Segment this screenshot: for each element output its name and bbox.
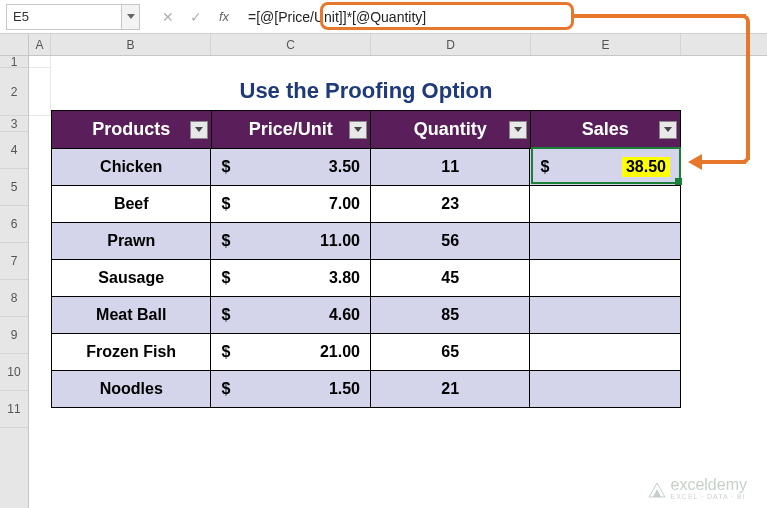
col-header-b[interactable]: B: [51, 34, 211, 55]
header-price: Price/Unit: [212, 111, 372, 148]
cell-qty[interactable]: 56: [371, 222, 530, 259]
filter-button-sales[interactable]: [659, 121, 677, 139]
cell-product[interactable]: Frozen Fish: [52, 333, 211, 370]
row-header-2[interactable]: 2: [0, 68, 28, 116]
select-all-corner[interactable]: [0, 34, 28, 56]
chevron-down-icon: [354, 127, 362, 132]
content-rows: Use the Proofing Option: [29, 56, 767, 116]
fx-icon[interactable]: fx: [210, 4, 238, 30]
watermark-tag: EXCEL · DATA · BI: [671, 493, 747, 500]
highlighted-result: 38.50: [622, 157, 670, 177]
formula-bar-buttons: ✕ ✓ fx: [154, 4, 238, 30]
cell-price[interactable]: $1.50: [211, 370, 371, 407]
cell-product[interactable]: Beef: [52, 185, 211, 222]
logo-icon: [647, 479, 667, 499]
cell-price[interactable]: $21.00: [211, 333, 371, 370]
cell-product[interactable]: Noodles: [52, 370, 211, 407]
cell-price[interactable]: $11.00: [211, 222, 371, 259]
cell-sales[interactable]: [530, 370, 680, 407]
watermark: exceldemy EXCEL · DATA · BI: [647, 477, 747, 500]
header-sales: Sales: [531, 111, 681, 148]
chevron-down-icon: [514, 127, 522, 132]
cell-qty[interactable]: 85: [371, 296, 530, 333]
cell-price[interactable]: $3.50: [211, 148, 371, 185]
formula-bar: E5 ✕ ✓ fx: [0, 0, 767, 34]
cell-sales[interactable]: [530, 296, 680, 333]
formula-input[interactable]: [238, 4, 767, 30]
cell-sales[interactable]: $38.50: [530, 148, 680, 185]
cell-price[interactable]: $7.00: [211, 185, 371, 222]
header-products-label: Products: [92, 119, 170, 140]
row-header-10[interactable]: 10: [0, 354, 28, 391]
cancel-icon[interactable]: ✕: [154, 4, 182, 30]
table-row: Noodles $1.50 21: [52, 370, 680, 407]
table-row: Meat Ball $4.60 85: [52, 296, 680, 333]
cell-qty[interactable]: 65: [371, 333, 530, 370]
column-headers: A B C D E: [29, 34, 767, 56]
cell-qty[interactable]: 11: [371, 148, 530, 185]
row-header-5[interactable]: 5: [0, 169, 28, 206]
filter-button-quantity[interactable]: [509, 121, 527, 139]
cell-sales[interactable]: [530, 333, 680, 370]
filter-button-products[interactable]: [190, 121, 208, 139]
cell-sales[interactable]: [530, 259, 680, 296]
row-header-11[interactable]: 11: [0, 391, 28, 428]
filter-button-price[interactable]: [349, 121, 367, 139]
chevron-down-icon: [195, 127, 203, 132]
header-quantity: Quantity: [371, 111, 531, 148]
cell-sales[interactable]: [530, 222, 680, 259]
table-row: Chicken $3.50 11 $38.50: [52, 148, 680, 185]
row-headers: 1 2 3 4 5 6 7 8 9 10 11: [0, 34, 29, 508]
cell-qty[interactable]: 45: [371, 259, 530, 296]
name-box-dropdown[interactable]: [122, 4, 140, 30]
table-header-row: Products Price/Unit Quantity Sales: [52, 111, 680, 148]
page-title: Use the Proofing Option: [51, 68, 681, 116]
col-header-d[interactable]: D: [371, 34, 531, 55]
grid-body: A B C D E Use the Proofing Option Produc…: [29, 34, 767, 508]
col-header-a[interactable]: A: [29, 34, 51, 55]
col-header-c[interactable]: C: [211, 34, 371, 55]
chevron-down-icon: [664, 127, 672, 132]
row-header-7[interactable]: 7: [0, 243, 28, 280]
data-table: Products Price/Unit Quantity Sales Chick: [51, 110, 681, 408]
worksheet: 1 2 3 4 5 6 7 8 9 10 11 A B C D E Use th…: [0, 34, 767, 508]
cell-sales[interactable]: [530, 185, 680, 222]
table-row: Sausage $3.80 45: [52, 259, 680, 296]
col-header-e[interactable]: E: [531, 34, 681, 55]
cell-product[interactable]: Chicken: [52, 148, 211, 185]
header-quantity-label: Quantity: [414, 119, 487, 140]
header-sales-label: Sales: [582, 119, 629, 140]
watermark-brand: exceldemy: [671, 477, 747, 493]
cell-qty[interactable]: 21: [371, 370, 530, 407]
table-row: Beef $7.00 23: [52, 185, 680, 222]
header-price-label: Price/Unit: [249, 119, 333, 140]
row-header-6[interactable]: 6: [0, 206, 28, 243]
cell-product[interactable]: Meat Ball: [52, 296, 211, 333]
name-box[interactable]: E5: [6, 4, 122, 30]
row-header-3[interactable]: 3: [0, 116, 28, 132]
cell-product[interactable]: Prawn: [52, 222, 211, 259]
header-products: Products: [52, 111, 212, 148]
chevron-down-icon: [127, 14, 135, 19]
table-row: Prawn $11.00 56: [52, 222, 680, 259]
cell-product[interactable]: Sausage: [52, 259, 211, 296]
row-header-9[interactable]: 9: [0, 317, 28, 354]
row-header-8[interactable]: 8: [0, 280, 28, 317]
table-row: Frozen Fish $21.00 65: [52, 333, 680, 370]
cell-price[interactable]: $3.80: [211, 259, 371, 296]
row-header-1[interactable]: 1: [0, 56, 28, 68]
enter-icon[interactable]: ✓: [182, 4, 210, 30]
cell-price[interactable]: $4.60: [211, 296, 371, 333]
row-header-4[interactable]: 4: [0, 132, 28, 169]
cell-qty[interactable]: 23: [371, 185, 530, 222]
